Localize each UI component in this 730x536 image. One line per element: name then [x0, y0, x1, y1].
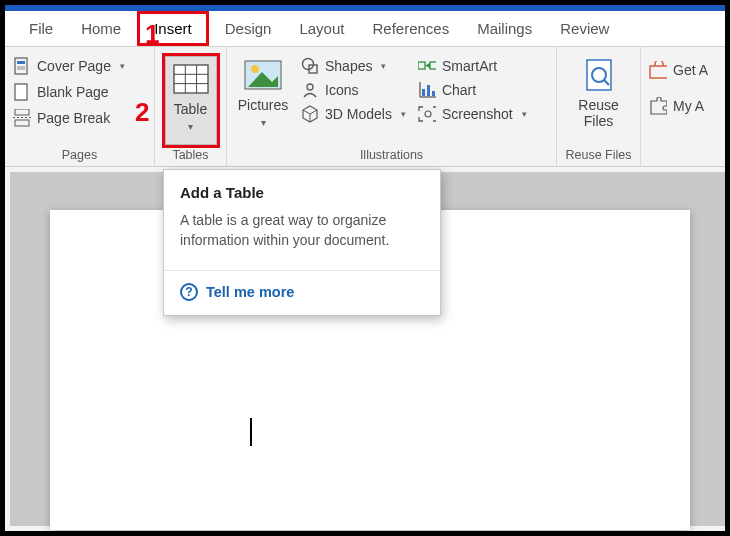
pictures-label: Pictures — [238, 97, 289, 113]
svg-rect-6 — [15, 120, 29, 126]
blank-page-button[interactable]: Blank Page — [13, 83, 125, 101]
icons-icon — [301, 81, 319, 99]
svg-rect-28 — [432, 91, 435, 96]
get-addins-button[interactable]: Get A — [649, 61, 708, 79]
svg-rect-33 — [650, 66, 667, 78]
icons-label: Icons — [325, 82, 358, 98]
pictures-button[interactable]: Pictures ▾ — [231, 53, 295, 148]
table-label: Table — [174, 101, 207, 117]
group-illustrations-label: Illustrations — [231, 148, 552, 164]
chevron-down-icon: ▾ — [401, 109, 406, 119]
shapes-label: Shapes — [325, 58, 372, 74]
my-addins-label: My A — [673, 98, 704, 114]
tab-mailings[interactable]: Mailings — [463, 14, 546, 43]
my-addins-button[interactable]: My A — [649, 97, 708, 115]
chart-label: Chart — [442, 82, 476, 98]
svg-marker-23 — [425, 63, 430, 68]
cover-page-icon — [13, 57, 31, 75]
chevron-down-icon: ▾ — [261, 117, 266, 128]
tooltip-add-table: Add a Table A table is a great way to or… — [163, 169, 441, 316]
blank-page-label: Blank Page — [37, 84, 109, 100]
svg-rect-4 — [15, 84, 27, 100]
tab-design[interactable]: Design — [211, 14, 286, 43]
smartart-label: SmartArt — [442, 58, 497, 74]
tab-review[interactable]: Review — [546, 14, 623, 43]
svg-point-29 — [425, 111, 431, 117]
svg-rect-8 — [174, 65, 208, 93]
svg-rect-22 — [430, 62, 436, 69]
tell-me-more-label: Tell me more — [206, 284, 294, 300]
tell-me-more-link[interactable]: ? Tell me more — [164, 271, 440, 315]
get-addins-label: Get A — [673, 62, 708, 78]
screenshot-button[interactable]: Screenshot ▾ — [418, 105, 527, 123]
group-reuse-files-label: Reuse Files — [561, 148, 636, 164]
pictures-icon — [243, 57, 283, 93]
tooltip-title: Add a Table — [180, 184, 424, 201]
tab-insert[interactable]: Insert — [137, 11, 209, 46]
chart-icon — [418, 81, 436, 99]
page-break-button[interactable]: Page Break — [13, 109, 125, 127]
chevron-down-icon: ▾ — [381, 61, 386, 71]
smartart-icon — [418, 57, 436, 75]
tooltip-body: A table is a great way to organize infor… — [180, 211, 424, 250]
page-break-icon — [13, 109, 31, 127]
svg-rect-1 — [17, 61, 25, 64]
ribbon-tabs: File Home Insert Design Layout Reference… — [5, 11, 725, 47]
group-reuse-files: Reuse Files Reuse Files — [557, 47, 641, 166]
screenshot-icon — [418, 105, 436, 123]
reuse-files-icon — [579, 57, 619, 93]
svg-rect-27 — [427, 85, 430, 96]
page-break-label: Page Break — [37, 110, 110, 126]
reuse-files-label: Reuse Files — [578, 97, 618, 129]
help-icon: ? — [180, 283, 198, 301]
group-illustrations: Pictures ▾ Shapes ▾ I — [227, 47, 557, 166]
shapes-icon — [301, 57, 319, 75]
tab-layout[interactable]: Layout — [285, 14, 358, 43]
shapes-button[interactable]: Shapes ▾ — [301, 57, 412, 75]
puzzle-icon — [649, 97, 667, 115]
group-tables: Table ▾ Tables — [155, 47, 227, 166]
tab-file[interactable]: File — [15, 14, 67, 43]
table-icon — [171, 61, 211, 97]
text-cursor — [250, 418, 252, 446]
svg-rect-26 — [422, 89, 425, 96]
3d-models-button[interactable]: 3D Models ▾ — [301, 105, 412, 123]
svg-point-18 — [307, 84, 313, 90]
smartart-button[interactable]: SmartArt — [418, 57, 527, 75]
tab-references[interactable]: References — [358, 14, 463, 43]
store-icon — [649, 61, 667, 79]
icons-button[interactable]: Icons — [301, 81, 412, 99]
chevron-down-icon: ▾ — [188, 121, 193, 132]
cube-icon — [301, 105, 319, 123]
blank-page-icon — [13, 83, 31, 101]
cover-page-button[interactable]: Cover Page ▾ — [13, 57, 125, 75]
ribbon-insert: Cover Page ▾ Blank Page Page Break — [5, 47, 725, 167]
svg-rect-21 — [418, 62, 425, 69]
svg-rect-30 — [587, 60, 611, 90]
svg-rect-5 — [15, 109, 29, 115]
group-pages: Cover Page ▾ Blank Page Page Break — [5, 47, 155, 166]
svg-rect-0 — [15, 58, 27, 74]
chevron-down-icon: ▾ — [120, 61, 125, 71]
chevron-down-icon: ▾ — [522, 109, 527, 119]
screenshot-label: Screenshot — [442, 106, 513, 122]
svg-point-16 — [303, 59, 314, 70]
svg-point-14 — [251, 65, 259, 73]
cover-page-label: Cover Page — [37, 58, 111, 74]
group-pages-label: Pages — [9, 148, 150, 164]
3d-models-label: 3D Models — [325, 106, 392, 122]
table-button[interactable]: Table ▾ — [165, 56, 217, 145]
tab-home[interactable]: Home — [67, 14, 135, 43]
reuse-files-button[interactable]: Reuse Files — [569, 53, 629, 148]
group-tables-label: Tables — [159, 148, 222, 164]
group-addins-truncated: Get A My A — [641, 47, 708, 166]
chart-button[interactable]: Chart — [418, 81, 527, 99]
